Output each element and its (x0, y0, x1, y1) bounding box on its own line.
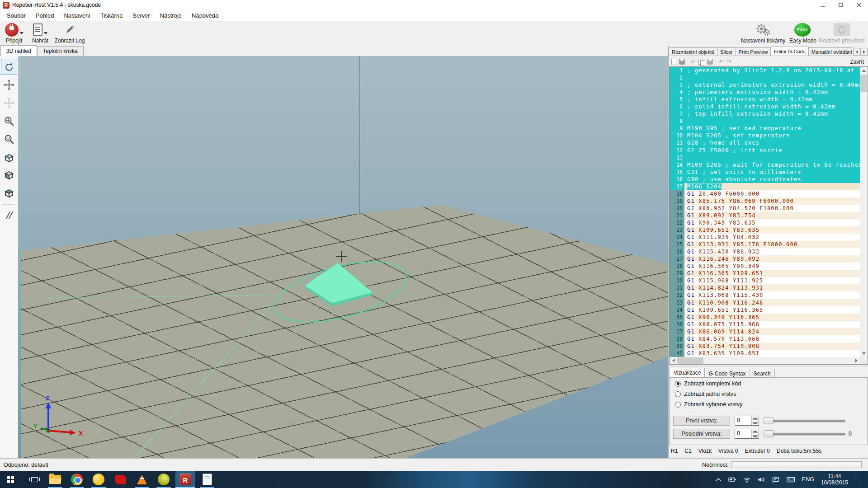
tab-temperature-curve[interactable]: Teplotní křivka (37, 46, 84, 56)
menu-item-server[interactable]: Server (127, 10, 155, 21)
radio-icon[interactable] (675, 402, 681, 408)
viewport-3d[interactable]: Z X Y (21, 56, 668, 458)
gcode-lines[interactable]: 1; generated by Slic3r 1.2.9 on 2015-08-… (670, 67, 860, 357)
slider-thumb[interactable] (764, 417, 774, 424)
load-button[interactable]: Nahrát (28, 22, 52, 44)
gcode-line[interactable]: 19G1 X85.176 Y86.069 F6000.000 (670, 197, 860, 205)
close-editor-button[interactable]: Zavřít (850, 59, 864, 65)
slider-thumb[interactable] (764, 430, 774, 437)
gcode-line[interactable]: 13 (670, 154, 860, 161)
show-desktop-button[interactable] (862, 471, 864, 488)
copy-icon[interactable] (698, 59, 704, 65)
gcode-line[interactable]: 16G90 ; use absolute coordinates (670, 176, 860, 183)
spin-down-button[interactable] (752, 434, 759, 438)
start-button[interactable] (0, 471, 21, 488)
spin-down-button[interactable] (752, 421, 759, 425)
zoom-fit-icon[interactable] (1, 131, 17, 147)
gcode-line[interactable]: 9M190 S95 ; set bed temperature (670, 125, 860, 132)
task-view-button[interactable] (24, 471, 44, 488)
gcode-line[interactable]: 7; top infill extrusion width = 0.42mm (670, 110, 860, 117)
taskbar-app-notepad[interactable] (197, 471, 217, 488)
isometric-view-icon[interactable] (1, 150, 17, 166)
tab-scroll-left[interactable] (853, 48, 860, 56)
chevron-down-icon[interactable] (20, 32, 24, 34)
editor-hscrollbar[interactable] (670, 357, 860, 364)
gcode-line[interactable]: 2 (670, 74, 860, 81)
tab-object-placement[interactable]: Rozmístění objektů (669, 47, 717, 56)
gcode-line[interactable]: 37G1 X86.069 Y114.824 (670, 328, 860, 335)
gcode-line[interactable]: 25G1 X113.931 Y85.176 F1800.000 (670, 241, 860, 248)
gcode-line[interactable]: 24G1 X111.925 Y84.032 (670, 234, 860, 241)
gcode-line[interactable]: 11G28 ; home all axes (670, 139, 860, 146)
menu-item-soubor[interactable]: Soubor (2, 10, 31, 21)
scroll-left-button[interactable] (670, 357, 677, 364)
gcode-line[interactable]: 23G1 X109.651 Y83.635 (670, 226, 860, 234)
tab-search[interactable]: Search (750, 369, 775, 377)
gcode-line[interactable]: 36G1 X88.075 Y115.968 (670, 321, 860, 328)
gcode-line[interactable]: 28G1 X116.365 Y90.349 (670, 263, 860, 270)
front-view-icon[interactable] (1, 167, 17, 183)
gcode-line[interactable]: 39G1 X83.754 Y110.908 (670, 343, 860, 350)
gcode-line[interactable]: 14M109 S265 ; wait for temperature to be… (670, 161, 860, 169)
move-view-icon[interactable] (1, 77, 17, 93)
rotate-view-icon[interactable] (1, 59, 17, 75)
taskbar-app-slic3r[interactable] (154, 471, 174, 488)
editor-vscrollbar[interactable] (860, 67, 868, 357)
wifi-icon[interactable] (743, 476, 751, 483)
new-file-icon[interactable] (671, 59, 676, 65)
menu-item-nastaveni[interactable]: Nastavení (59, 10, 95, 21)
taskbar-app-repetier-host[interactable]: R (175, 471, 195, 488)
gcode-line[interactable]: 6; solid infill extrusion width = 0.42mm (670, 103, 860, 110)
gcode-line[interactable]: 38G1 X84.570 Y113.068 (670, 335, 860, 343)
easy-mode-button[interactable]: EASY Easy Mode (789, 22, 816, 44)
save-icon[interactable] (679, 59, 685, 65)
hscroll-thumb[interactable] (677, 357, 703, 364)
gcode-line[interactable]: 17M106 S204 (670, 183, 860, 190)
gcode-line[interactable]: 30G1 X115.968 Y111.925 (670, 277, 860, 284)
gcode-line[interactable]: 26G1 X115.430 Y86.932 (670, 248, 860, 255)
language-indicator[interactable]: ENG (802, 476, 814, 483)
top-view-icon[interactable] (1, 185, 17, 202)
menu-item-napoveda[interactable]: Nápověda (187, 10, 223, 21)
gcode-line[interactable]: 5; infill extrusion width = 0.42mm (670, 96, 860, 103)
menu-item-nastroje[interactable]: Nástroje (155, 10, 187, 21)
vscroll-thumb[interactable] (860, 75, 867, 92)
radio-icon[interactable] (675, 391, 681, 397)
gcode-line[interactable]: 4; perimeters extrusion width = 0.42mm (670, 89, 860, 96)
gcode-line[interactable]: 35G1 X90.349 Y116.365 (670, 314, 860, 321)
scroll-up-button[interactable] (860, 67, 868, 74)
gcode-line[interactable]: 12G1 Z5 F5000 ; lift nozzle (670, 147, 860, 154)
gcode-line[interactable]: 10M104 S265 ; set temperature (670, 132, 860, 139)
gcode-line[interactable]: 15G21 ; set units to millimeters (670, 169, 860, 176)
spin-up-button[interactable] (752, 416, 759, 421)
taskbar-app-vlc[interactable] (132, 471, 152, 488)
redo-icon[interactable]: ↷ (726, 59, 731, 65)
radio-show-selected-layers[interactable]: Zobrazit vybrané vrstvy (675, 401, 742, 408)
gcode-line[interactable]: 29G1 X116.365 Y109.651 (670, 270, 860, 277)
taskbar-app-chrome-canary[interactable] (89, 471, 108, 488)
gcode-line[interactable]: 40G1 X83.635 Y109.651 (670, 350, 860, 357)
tab-gcode-syntax[interactable]: G-Code Syntax (704, 369, 750, 377)
tab-manual-control[interactable]: Manuální ovládání (808, 47, 853, 56)
minimize-button[interactable] (814, 0, 832, 10)
radio-icon[interactable] (675, 381, 681, 387)
gcode-line[interactable]: 32G1 X113.068 Y115.430 (670, 291, 860, 299)
cut-icon[interactable]: ✂ (691, 59, 696, 65)
tab-gcode-editor[interactable]: Editor G-Codu (770, 47, 808, 56)
tab-slicer[interactable]: Slicer (717, 47, 736, 56)
gcode-line[interactable]: 21G1 X89.092 Y83.754 (670, 212, 860, 219)
battery-icon[interactable] (728, 476, 736, 483)
gcode-line[interactable]: 27G1 X116.246 Y89.092 (670, 255, 860, 263)
taskbar-app-red-app[interactable] (110, 471, 130, 488)
undo-icon[interactable]: ↶ (719, 59, 724, 65)
gcode-line[interactable]: 31G1 X114.824 Y113.931 (670, 284, 860, 291)
printer-settings-button[interactable]: Nastavení tiskárny (738, 22, 788, 44)
radio-show-complete-code[interactable]: Zobrazit kompletní kód (675, 380, 741, 387)
last-layer-slider[interactable] (764, 429, 845, 439)
gcode-line[interactable]: 34G1 X109.651 Y116.365 (670, 306, 860, 314)
first-layer-button[interactable]: První vrstva: (673, 416, 730, 426)
parallel-projection-icon[interactable] (1, 207, 17, 223)
action-center-icon[interactable] (772, 476, 780, 483)
gcode-line[interactable]: 3; external perimeters extrusion width =… (670, 81, 860, 89)
maximize-button[interactable] (832, 0, 850, 10)
